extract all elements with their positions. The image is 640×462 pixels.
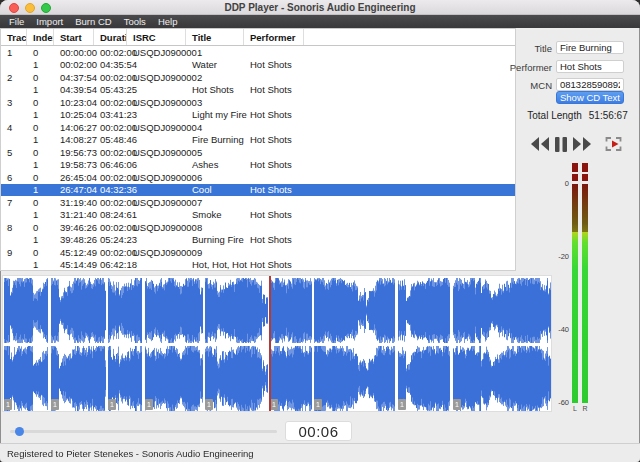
cell-isrc: USQDJ0900005 <box>127 147 186 158</box>
cell-duration: 00:02:00 <box>94 222 127 233</box>
mcn-field[interactable] <box>556 78 624 91</box>
menu-item-import[interactable]: Import <box>30 15 69 28</box>
menu-item-tools[interactable]: Tools <box>118 15 152 28</box>
table-row[interactable]: 139:48:2605:24:23Burning FireHot Shots <box>1 234 515 247</box>
menu-item-burn-cd[interactable]: Burn CD <box>69 15 117 28</box>
cell-performer: Hot Shots <box>244 134 304 145</box>
title-field[interactable] <box>556 41 624 54</box>
cell-index: 1 <box>27 109 54 120</box>
cell-start: 14:06:27 <box>54 122 94 133</box>
column-header-track[interactable]: Track <box>1 29 27 45</box>
track-marker[interactable]: 1 <box>270 399 278 410</box>
track-marker[interactable]: 1 <box>145 399 153 410</box>
table-row[interactable]: 3010:23:0400:02:00USQDJ0900003 <box>1 96 515 109</box>
meter-scale-label: -20 <box>541 253 569 261</box>
cell-start: 00:00:00 <box>54 47 94 58</box>
cell-track: 7 <box>1 197 27 208</box>
cell-start: 19:58:73 <box>54 159 94 170</box>
cell-index: 1 <box>27 259 54 270</box>
cell-start: 39:48:26 <box>54 234 94 245</box>
rewind-button[interactable] <box>531 137 549 151</box>
cell-track: 2 <box>1 72 27 83</box>
cell-performer: Hot Shots <box>244 109 304 120</box>
table-row[interactable]: 104:39:5405:43:25Hot ShotsHot Shots <box>1 84 515 97</box>
clip-indicator-right <box>582 174 588 181</box>
cell-index: 0 <box>27 247 54 258</box>
waveform-panel: 111111111 <box>2 275 552 412</box>
title-bar[interactable]: DDP Player - Sonoris Audio Engineering <box>0 0 640 15</box>
table-row[interactable]: 119:58:7306:46:06AshesHot Shots <box>1 159 515 172</box>
table-row[interactable]: 110:25:0403:41:23Light my FireHot Shots <box>1 109 515 122</box>
cell-duration: 06:46:06 <box>94 159 127 170</box>
table-row[interactable]: 6026:45:0400:02:00USQDJ0900006 <box>1 171 515 184</box>
seek-slider-thumb[interactable] <box>15 427 24 436</box>
cell-start: 26:47:04 <box>54 184 94 195</box>
cell-duration: 00:02:00 <box>94 147 127 158</box>
mcn-field-label: MCN <box>504 80 552 91</box>
menu-item-file[interactable]: File <box>3 15 30 28</box>
cell-duration: 00:02:00 <box>94 247 127 258</box>
seek-slider-track[interactable] <box>10 430 277 433</box>
menu-item-help[interactable]: Help <box>152 15 184 28</box>
waveform-display[interactable] <box>3 276 551 411</box>
table-row[interactable]: 8039:46:2600:02:00USQDJ0900008 <box>1 221 515 234</box>
cell-duration: 05:24:23 <box>94 234 127 245</box>
performer-field[interactable] <box>556 60 624 73</box>
table-row[interactable]: 5019:56:7300:02:00USQDJ0900005 <box>1 146 515 159</box>
column-header-isrc[interactable]: ISRC <box>127 29 186 45</box>
cell-track: 5 <box>1 147 27 158</box>
table-body: 1000:00:0000:02:00USQDJ0900001100:02:000… <box>1 46 515 271</box>
table-row[interactable]: 145:14:4906:42:18Hot, Hot, HotHot Shots <box>1 259 515 272</box>
meter-lit-segment <box>572 232 578 403</box>
cell-index: 1 <box>27 134 54 145</box>
cell-index: 1 <box>27 59 54 70</box>
clip-indicator-right <box>582 163 588 172</box>
pause-button[interactable] <box>555 137 567 152</box>
track-marker[interactable]: 1 <box>398 399 406 410</box>
column-header-duration[interactable]: Duration <box>94 29 127 45</box>
table-row[interactable]: 7031:19:4000:02:00USQDJ0900007 <box>1 196 515 209</box>
table-header-row: TrackIndexStartDurationISRCTitlePerforme… <box>1 29 515 46</box>
cell-isrc: USQDJ0900003 <box>127 97 186 108</box>
cell-track: 1 <box>1 47 27 58</box>
cell-title: Water <box>186 59 244 70</box>
cell-isrc: USQDJ0900008 <box>127 222 186 233</box>
total-length-row: Total Length 51:56:67 <box>515 110 640 121</box>
table-row[interactable]: 1000:00:0000:02:00USQDJ0900001 <box>1 46 515 59</box>
table-row[interactable]: 131:21:4008:24:61SmokeHot Shots <box>1 209 515 222</box>
table-row[interactable]: 4014:06:2700:02:00USQDJ0900004 <box>1 121 515 134</box>
status-bar: Registered to Pieter Stenekes - Sonoris … <box>0 443 640 462</box>
pause-icon <box>555 137 567 152</box>
cell-index: 0 <box>27 197 54 208</box>
table-row[interactable]: 100:02:0004:35:54WaterHot Shots <box>1 59 515 72</box>
meter-dim-segment <box>572 184 578 232</box>
table-row[interactable]: 9045:12:4900:02:00USQDJ0900009 <box>1 246 515 259</box>
track-marker[interactable]: 1 <box>205 399 213 410</box>
meter-channel-label: R <box>582 405 588 412</box>
cell-start: 14:08:27 <box>54 134 94 145</box>
table-row[interactable]: 2004:37:5400:02:00USQDJ0900002 <box>1 71 515 84</box>
fast-forward-button[interactable] <box>573 137 591 151</box>
jump-to-marker-button[interactable] <box>605 136 622 152</box>
cell-isrc: USQDJ0900002 <box>127 72 186 83</box>
cell-performer: Hot Shots <box>244 234 304 245</box>
table-row[interactable]: 126:47:0404:32:36CoolHot Shots <box>1 184 515 197</box>
cell-start: 04:39:54 <box>54 84 94 95</box>
cell-start: 19:56:73 <box>54 147 94 158</box>
track-marker[interactable]: 1 <box>4 399 12 410</box>
app-window: DDP Player - Sonoris Audio Engineering F… <box>0 0 640 462</box>
column-header-index[interactable]: Index <box>27 29 54 45</box>
track-marker[interactable]: 1 <box>108 399 116 410</box>
column-header-title[interactable]: Title <box>186 29 244 45</box>
table-row[interactable]: 114:08:2705:48:46Fire BurningHot Shots <box>1 134 515 147</box>
cell-start: 10:25:04 <box>54 109 94 120</box>
track-marker[interactable]: 1 <box>453 399 461 410</box>
playhead-cursor <box>269 276 271 411</box>
cell-performer: Hot Shots <box>244 159 304 170</box>
track-marker[interactable]: 1 <box>51 399 59 410</box>
track-marker[interactable]: 1 <box>314 399 322 410</box>
cell-start: 45:12:49 <box>54 247 94 258</box>
column-header-start[interactable]: Start <box>54 29 94 45</box>
column-header-performer[interactable]: Performer <box>244 29 304 45</box>
show-cd-text-button[interactable]: Show CD Text <box>556 91 624 104</box>
